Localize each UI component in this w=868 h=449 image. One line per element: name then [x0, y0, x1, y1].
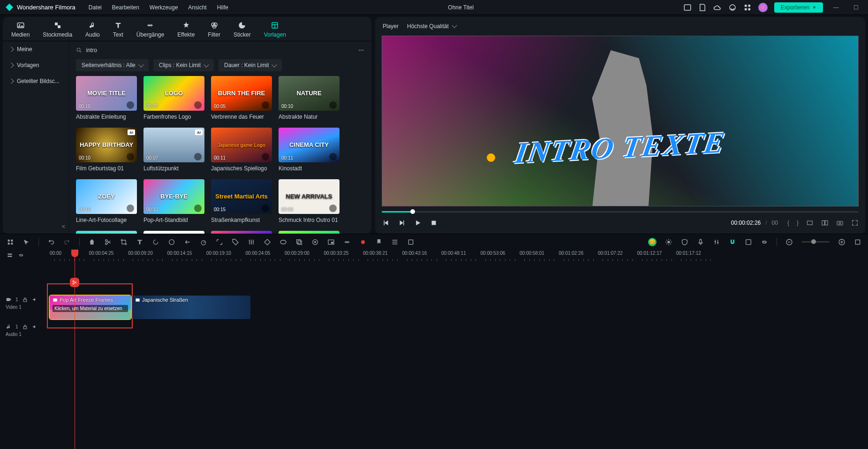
- mute-icon[interactable]: [32, 297, 38, 303]
- download-icon[interactable]: [329, 153, 337, 160]
- transition-icon[interactable]: [343, 238, 351, 246]
- pip-icon[interactable]: [327, 238, 335, 246]
- menu-hilfe[interactable]: Hilfe: [217, 4, 228, 11]
- zoom-out-icon[interactable]: [785, 238, 793, 246]
- template-thumb[interactable]: NATURE00:10: [279, 76, 340, 111]
- edit-tool-icon[interactable]: [7, 238, 14, 246]
- preview-scrubber[interactable]: [382, 208, 859, 216]
- filter-chip-1[interactable]: Clips : Kein Limit: [153, 59, 214, 71]
- template-thumb[interactable]: LOGO00:05: [143, 76, 204, 111]
- rotate-icon[interactable]: [152, 238, 159, 246]
- tab-stockmedia[interactable]: Stockmedia: [43, 21, 72, 41]
- preview-canvas[interactable]: INTRO TEXTE: [382, 36, 859, 206]
- tag-icon[interactable]: [232, 238, 239, 246]
- layout-icon[interactable]: [683, 3, 692, 12]
- sidenav-item-2[interactable]: Geteilter Bildsc...: [3, 73, 69, 89]
- auto-reframe-icon[interactable]: 😊: [648, 238, 657, 246]
- save-icon[interactable]: [698, 3, 707, 12]
- download-icon[interactable]: [329, 205, 337, 212]
- tab-vorlagen[interactable]: Vorlagen: [264, 21, 286, 41]
- timeline-ruler[interactable]: 00:0000:00:04:2500:00:09:2000:00:14:1500…: [50, 250, 868, 261]
- timeline-view-icon[interactable]: [7, 252, 13, 259]
- link-icon[interactable]: [761, 238, 768, 246]
- zoom-in-icon[interactable]: [838, 238, 845, 246]
- playhead[interactable]: [75, 250, 75, 449]
- export-button[interactable]: Exportieren▼: [774, 2, 823, 13]
- color-icon[interactable]: [168, 238, 175, 246]
- collapse-sidebar-button[interactable]: <: [62, 223, 65, 230]
- user-avatar[interactable]: [758, 3, 768, 12]
- filter-chip-0[interactable]: Seitenverhältnis : Alle: [76, 59, 149, 71]
- more-options-icon[interactable]: ⋯: [358, 47, 365, 53]
- tab-sticker[interactable]: Sticker: [234, 21, 251, 41]
- lock-icon[interactable]: [22, 297, 28, 303]
- text-tool-icon[interactable]: [136, 238, 143, 246]
- magnet-icon[interactable]: [729, 238, 736, 246]
- play-button[interactable]: [414, 219, 422, 227]
- delete-icon[interactable]: [88, 238, 96, 246]
- download-icon[interactable]: [127, 153, 134, 160]
- marker-icon[interactable]: [375, 238, 383, 246]
- fullscreen-icon[interactable]: [851, 219, 859, 227]
- speed-down-icon[interactable]: [184, 238, 191, 246]
- template-thumb[interactable]: ZOEY00:10: [76, 179, 137, 214]
- shield-icon[interactable]: [681, 238, 688, 246]
- audio-mixer-icon[interactable]: [713, 238, 720, 246]
- playhead-split-button[interactable]: [70, 278, 79, 287]
- lock-icon[interactable]: [22, 324, 28, 330]
- menu-datei[interactable]: Datei: [89, 4, 102, 11]
- keyframe-icon[interactable]: [264, 238, 271, 246]
- template-thumb[interactable]: CINEMA CITY00:11: [279, 128, 340, 162]
- select-tool-icon[interactable]: [23, 238, 30, 246]
- template-thumb[interactable]: BURN THE FIRE00:05: [211, 76, 272, 111]
- template-thumb[interactable]: 00:07AI: [143, 128, 204, 162]
- download-icon[interactable]: [262, 101, 269, 109]
- crop-icon[interactable]: [120, 238, 128, 246]
- download-icon[interactable]: [262, 205, 269, 212]
- download-icon[interactable]: [194, 153, 202, 160]
- record-icon[interactable]: [359, 238, 367, 246]
- menu-bearbeiten[interactable]: Bearbeiten: [112, 4, 139, 11]
- apps-icon[interactable]: [743, 3, 752, 12]
- sidenav-item-1[interactable]: Vorlagen: [3, 57, 69, 73]
- template-thumb[interactable]: BYE-BYE00:10: [143, 179, 204, 214]
- download-icon[interactable]: [262, 153, 269, 160]
- redo-icon[interactable]: [63, 238, 71, 246]
- tab-filter[interactable]: Filter: [208, 21, 220, 41]
- render-icon[interactable]: [745, 238, 752, 246]
- compare-icon[interactable]: [821, 219, 829, 227]
- filter-chip-2[interactable]: Dauer : Kein Limit: [219, 59, 282, 71]
- clip-popart[interactable]: Pop Art Freeze FramesKlicken, um Materia…: [50, 296, 131, 319]
- split-icon[interactable]: [104, 238, 112, 246]
- template-thumb[interactable]: HAPPY BIRTHDAY00:10AI: [76, 128, 137, 162]
- mic-icon[interactable]: [697, 238, 704, 246]
- template-thumb[interactable]: Japanese game Logo00:11: [211, 128, 272, 162]
- window-maximize[interactable]: ☐: [849, 4, 862, 11]
- download-icon[interactable]: [127, 101, 134, 109]
- expand-icon[interactable]: [216, 238, 223, 246]
- template-thumb[interactable]: MOVIE TITLE00:10: [76, 76, 137, 111]
- template-thumb[interactable]: Street Martial Arts00:15: [211, 179, 272, 214]
- tab-text[interactable]: Text: [113, 21, 123, 41]
- enhance-icon[interactable]: [665, 238, 672, 246]
- speed-icon[interactable]: [200, 238, 207, 246]
- timeline-link-icon[interactable]: [18, 252, 24, 259]
- clip-japan[interactable]: Japanische Straßen: [132, 296, 250, 319]
- mute-icon[interactable]: [32, 324, 38, 330]
- stop-button[interactable]: [430, 219, 438, 227]
- sidenav-item-0[interactable]: Meine: [3, 41, 69, 57]
- mark-in-button[interactable]: {: [787, 220, 789, 226]
- snapshot-icon[interactable]: [836, 219, 844, 227]
- zoom-fit-icon[interactable]: [854, 238, 861, 246]
- download-icon[interactable]: [194, 205, 202, 212]
- tab-uebergaenge[interactable]: Übergänge: [136, 21, 164, 41]
- adjust-icon[interactable]: [248, 238, 255, 246]
- search-input[interactable]: [86, 47, 354, 53]
- tab-effekte[interactable]: Effekte: [177, 21, 195, 41]
- menu-werkzeuge[interactable]: Werkzeuge: [150, 4, 178, 11]
- chroma-icon[interactable]: [311, 238, 319, 246]
- menu-ansicht[interactable]: Ansicht: [188, 4, 206, 11]
- window-minimize[interactable]: —: [830, 4, 843, 11]
- template-thumb[interactable]: Vlog: [143, 231, 204, 234]
- playhead-handle[interactable]: [71, 250, 78, 257]
